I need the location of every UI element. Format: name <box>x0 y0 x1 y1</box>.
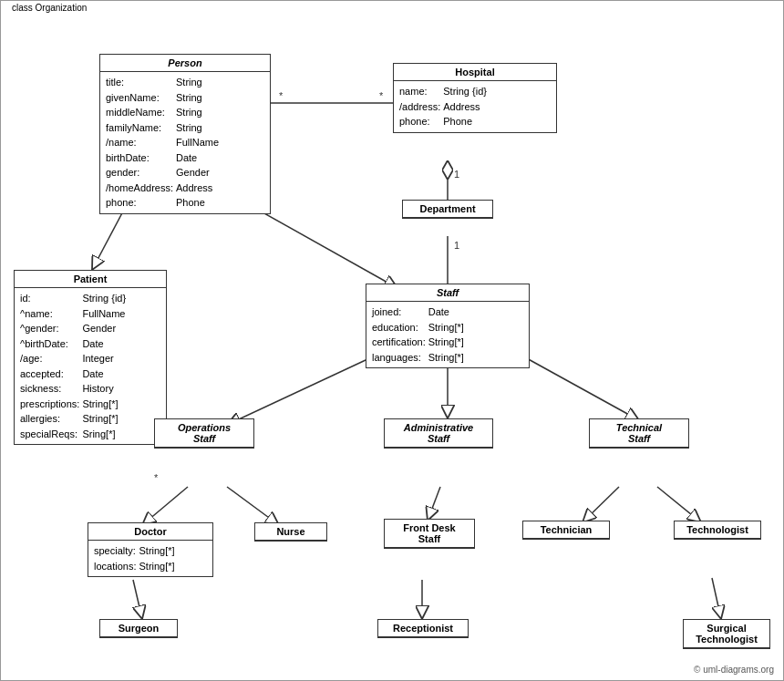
class-surgical-technologist: SurgicalTechnologist <box>683 619 770 649</box>
svg-line-23 <box>712 578 721 619</box>
svg-line-16 <box>142 487 188 525</box>
diagram-title: class Organization <box>8 3 90 13</box>
patient-header: Patient <box>15 271 166 288</box>
staff-header: Staff <box>366 284 529 302</box>
class-front-desk-staff: Front DeskStaff <box>384 519 475 549</box>
person-body: title:String givenName:String middleName… <box>100 72 270 213</box>
person-header: Person <box>100 55 270 72</box>
class-person: Person title:String givenName:String mid… <box>99 54 271 214</box>
doctor-body: specialty:String[*] locations:String[*] <box>88 541 212 576</box>
class-technologist: Technologist <box>674 521 761 540</box>
class-doctor: Doctor specialty:String[*] locations:Str… <box>88 522 213 577</box>
doctor-header: Doctor <box>88 523 212 541</box>
svg-line-17 <box>227 487 279 525</box>
svg-line-20 <box>657 487 701 522</box>
hospital-body: name:String {id} /address:Address phone:… <box>394 81 556 132</box>
surgical-technologist-header: SurgicalTechnologist <box>684 620 769 648</box>
class-technician: Technician <box>522 521 610 540</box>
surgeon-header: Surgeon <box>100 620 177 637</box>
front-desk-staff-header: Front DeskStaff <box>385 520 474 548</box>
technical-staff-header: TechnicalStaff <box>590 419 688 448</box>
receptionist-header: Receptionist <box>378 620 468 637</box>
technologist-header: Technologist <box>675 521 760 539</box>
class-department: Department <box>402 200 493 219</box>
diagram-container: class Organization * * 1 * 1 * <box>0 0 784 681</box>
svg-line-21 <box>133 580 142 619</box>
class-nurse: Nurse <box>254 522 327 542</box>
svg-text:1: 1 <box>454 169 459 180</box>
class-receptionist: Receptionist <box>377 619 469 638</box>
svg-line-18 <box>428 487 440 521</box>
class-administrative-staff: AdministrativeStaff <box>384 418 493 449</box>
class-surgeon: Surgeon <box>99 619 178 638</box>
class-patient: Patient id:String {id} ^name:FullName ^g… <box>14 270 167 445</box>
administrative-staff-header: AdministrativeStaff <box>385 419 492 448</box>
svg-text:*: * <box>279 90 284 101</box>
copyright: © uml-diagrams.org <box>694 665 774 675</box>
hospital-header: Hospital <box>394 64 556 81</box>
staff-body: joined:Date education:String[*] certific… <box>366 302 529 367</box>
svg-text:*: * <box>154 472 159 483</box>
class-technical-staff: TechnicalStaff <box>589 418 689 449</box>
department-header: Department <box>403 201 492 218</box>
class-hospital: Hospital name:String {id} /address:Addre… <box>393 63 557 133</box>
svg-line-19 <box>583 487 619 522</box>
class-staff: Staff joined:Date education:String[*] ce… <box>366 284 530 368</box>
nurse-header: Nurse <box>255 523 326 541</box>
patient-body: id:String {id} ^name:FullName ^gender:Ge… <box>15 288 166 444</box>
svg-text:*: * <box>379 90 384 101</box>
technician-header: Technician <box>523 521 609 539</box>
svg-text:1: 1 <box>454 240 459 251</box>
operations-staff-header: OperationsStaff <box>155 419 253 448</box>
class-operations-staff: OperationsStaff <box>154 418 254 449</box>
